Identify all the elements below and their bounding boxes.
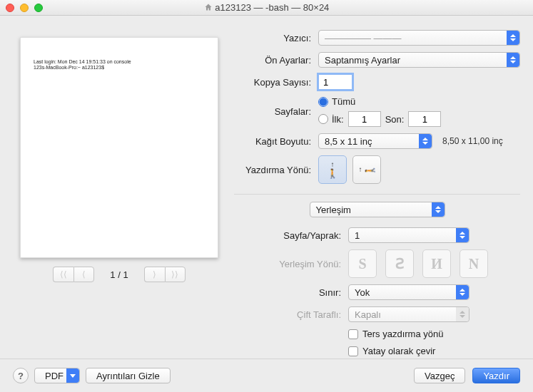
prev-page-button[interactable]: ⟨ [73, 267, 94, 282]
two-sided-label: Çift Taraflı: [234, 309, 348, 320]
radio-off-icon [318, 114, 328, 124]
section-value: Yerleşim [316, 205, 351, 215]
border-select[interactable]: Yok [348, 284, 469, 300]
next-page-button[interactable]: ⟩ [144, 267, 165, 282]
first-page-input[interactable] [348, 111, 381, 127]
page-indicator: 1 / 1 [110, 269, 128, 280]
titlebar: a123123 — -bash — 80×24 [0, 0, 533, 16]
radio-on-icon [318, 97, 328, 107]
hide-details-label: Ayrıntıları Gizle [96, 371, 160, 381]
first-label: İlk: [332, 114, 344, 125]
preview-line: 123s-MacBook-Pro:~ a123123$ [34, 65, 205, 71]
pages-label: Sayfalar: [234, 106, 318, 117]
prev-page-seg: ⟨⟨ ⟨ [53, 267, 94, 282]
preview-line: Last login: Mon Dec 14 19:51:33 on conso… [34, 59, 205, 65]
border-label: Sınır: [234, 287, 348, 298]
checkbox-icon [348, 329, 358, 339]
chevron-updown-icon [507, 53, 519, 67]
pps-value: 1 [355, 230, 360, 241]
pdf-label: PDF [45, 371, 64, 381]
pages-per-sheet-select[interactable]: 1 [348, 227, 469, 243]
reverse-checkbox[interactable]: Ters yazdırma yönü [348, 329, 443, 339]
section-select[interactable]: Yerleşim [310, 202, 445, 217]
chevron-updown-icon [456, 285, 469, 299]
pdf-menu-button[interactable]: PDF [34, 368, 80, 383]
chevron-updown-icon [432, 202, 445, 217]
cancel-button[interactable]: Vazgeç [414, 368, 465, 383]
last-page-input[interactable] [408, 111, 441, 127]
orientation-landscape[interactable]: ↑🚶 [352, 155, 381, 184]
chevron-updown-icon [456, 307, 469, 321]
print-label: Yazdır [483, 371, 509, 381]
chevron-down-icon [66, 368, 79, 383]
presets-label: Ön Ayarlar: [234, 55, 318, 66]
presets-value: Saptanmış Ayarlar [325, 55, 400, 66]
printer-value: ————— ——— [325, 33, 402, 43]
presets-select[interactable]: Saptanmış Ayarlar [318, 52, 520, 68]
last-page-button[interactable]: ⟩⟩ [165, 267, 186, 282]
layout-dir-2[interactable]: Ƨ [385, 249, 414, 278]
page-preview: Last login: Mon Dec 14 19:51:33 on conso… [20, 37, 218, 258]
layout-dir-3[interactable]: И [422, 249, 451, 278]
flip-horizontal-checkbox[interactable]: Yatay olarak çevir [348, 346, 435, 356]
reverse-label: Ters yazdırma yönü [362, 329, 443, 339]
print-button[interactable]: Yazdır [472, 368, 520, 383]
print-options: Yazıcı: ————— ——— Ön Ayarlar: Saptanmış … [234, 30, 520, 363]
last-label: Son: [385, 114, 405, 125]
orientation-portrait[interactable]: ↑🚶 [318, 155, 347, 184]
checkbox-icon [348, 346, 358, 356]
chevron-updown-icon [419, 134, 432, 148]
help-button[interactable]: ? [13, 368, 29, 383]
printer-label: Yazıcı: [234, 33, 318, 43]
border-value: Yok [355, 287, 370, 298]
orientation-label: Yazdırma Yönü: [234, 165, 318, 175]
layout-dir-label: Yerleşim Yönü: [234, 259, 348, 269]
layout-dir-1[interactable]: S [348, 249, 377, 278]
preview-pane: Last login: Mon Dec 14 19:51:33 on conso… [20, 37, 218, 282]
pages-all-label: Tümü [332, 96, 355, 107]
home-icon [204, 3, 213, 11]
hide-details-button[interactable]: Ayrıntıları Gizle [86, 368, 171, 383]
two-sided-select: Kapalı [348, 306, 469, 322]
pages-all-radio[interactable]: Tümü [318, 96, 355, 107]
chevron-updown-icon [507, 31, 519, 45]
paper-size-value: 8,5 x 11 inç [325, 136, 372, 147]
next-page-seg: ⟩ ⟩⟩ [144, 267, 186, 282]
two-sided-value: Kapalı [355, 309, 381, 320]
paper-size-select[interactable]: 8,5 x 11 inç [318, 133, 432, 149]
flip-label: Yatay olarak çevir [362, 346, 435, 356]
window-title-text: a123123 — -bash — 80×24 [215, 2, 329, 13]
separator [234, 194, 520, 195]
first-page-button[interactable]: ⟨⟨ [53, 267, 73, 282]
pages-range-radio[interactable]: İlk: [318, 114, 344, 125]
copies-input[interactable] [318, 74, 352, 90]
paper-dim-note: 8,50 x 11,00 inç [442, 136, 503, 146]
cancel-label: Vazgeç [425, 371, 455, 381]
dialog-footer: ? PDF Ayrıntıları Gizle Vazgeç Yazdır [0, 359, 533, 392]
printer-select[interactable]: ————— ——— [318, 30, 520, 46]
copies-label: Kopya Sayısı: [234, 77, 318, 88]
chevron-updown-icon [456, 228, 469, 242]
paper-size-label: Kağıt Boyutu: [234, 136, 318, 147]
pps-label: Sayfa/Yaprak: [234, 230, 348, 241]
layout-dir-4[interactable]: N [460, 249, 488, 278]
window-title: a123123 — -bash — 80×24 [0, 2, 533, 13]
